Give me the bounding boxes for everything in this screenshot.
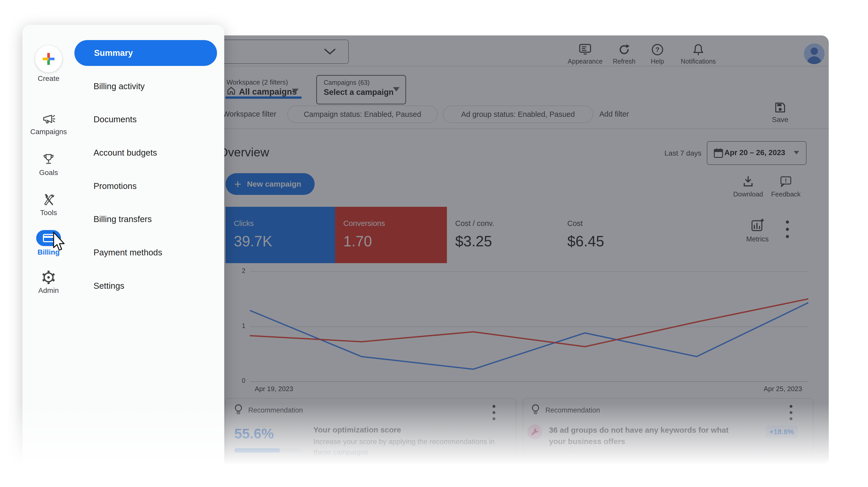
keyword-wrench-icon — [527, 425, 542, 439]
recommendation-text: 36 ad groups do not have any keywords fo… — [549, 425, 745, 447]
svg-text:!: ! — [785, 177, 786, 184]
campaign-selector[interactable]: Campaigns (63) Select a campaign — [316, 75, 406, 105]
download-button[interactable]: Download — [726, 175, 770, 198]
metrics-label: Metrics — [736, 235, 779, 243]
scorecard-label: Conversions — [343, 219, 385, 228]
scorecard-label: Cost / conv. — [455, 219, 494, 228]
recommendation-header: Recommendation — [233, 404, 303, 417]
conversions-line-series — [250, 299, 808, 347]
recommendation-header-label: Recommendation — [545, 406, 600, 414]
menu-item-documents[interactable]: Documents — [94, 113, 137, 125]
metrics-button[interactable]: Metrics — [736, 218, 779, 243]
menu-item-summary-active[interactable]: Summary — [74, 40, 217, 66]
campaign-status-filter-pill[interactable]: Campaign status: Enabled, Paused — [287, 106, 438, 123]
scorecard-clicks[interactable]: Clicks 39.7K — [225, 207, 335, 263]
menu-item-settings[interactable]: Settings — [94, 280, 124, 292]
notifications-button[interactable]: Notifications — [673, 43, 724, 65]
menu-item-billing-activity[interactable]: Billing activity — [94, 80, 145, 92]
scorecard-label: Cost — [567, 219, 583, 228]
sidebar-item-label: Admin — [23, 286, 75, 295]
save-label: Save — [760, 116, 801, 124]
billing-nav-flyout: Create Campaigns Goals Tools Billing Adm… — [23, 25, 224, 474]
account-selector-dropdown[interactable] — [220, 39, 349, 64]
optimization-score-progress — [234, 448, 301, 453]
recommendation-header: Recommendation — [530, 404, 600, 417]
sidebar-item-label: Goals — [23, 169, 75, 177]
create-plus-icon — [35, 46, 62, 73]
campaign-selector-label: Campaigns (63) — [324, 79, 370, 86]
date-range-value: Apr 20 – 26, 2023 — [724, 148, 785, 157]
workspace-selector-value: All campaigns — [239, 87, 297, 97]
sidebar-item-campaigns[interactable]: Campaigns — [23, 112, 75, 136]
sidebar-item-admin[interactable]: Admin — [23, 270, 75, 295]
svg-text:?: ? — [655, 46, 659, 54]
workspace-active-underline — [225, 96, 302, 99]
page-title: Overview — [219, 145, 269, 159]
sidebar-item-label: Tools — [23, 209, 75, 217]
uplift-badge: +18.6% — [766, 426, 798, 438]
campaigns-megaphone-icon — [23, 112, 75, 125]
feedback-button[interactable]: ! Feedback — [764, 175, 808, 198]
y-tick-2: 2 — [232, 267, 245, 275]
feedback-label: Feedback — [764, 190, 808, 198]
feedback-icon: ! — [780, 175, 792, 188]
campaign-selector-value: Select a campaign — [324, 88, 394, 97]
menu-item-payment-methods[interactable]: Payment methods — [94, 246, 162, 259]
sidebar-item-create[interactable]: Create — [23, 46, 75, 83]
chart-kebab-menu[interactable] — [785, 220, 789, 241]
recommendation-card-keywords[interactable]: Recommendation 36 ad groups do not have … — [523, 398, 813, 465]
download-label: Download — [726, 190, 770, 198]
save-icon — [774, 102, 786, 113]
menu-item-account-budgets[interactable]: Account budgets — [94, 147, 157, 159]
tools-icon — [23, 193, 75, 206]
save-button[interactable]: Save — [760, 102, 801, 124]
home-icon — [226, 86, 236, 97]
optimization-score-value: 55.6% — [234, 426, 274, 441]
scorecard-value: 39.7K — [234, 233, 272, 250]
date-preset-label: Last 7 days — [664, 149, 702, 157]
calendar-icon — [714, 148, 723, 159]
avatar-torso-shape — [807, 56, 822, 64]
download-icon — [742, 175, 754, 188]
sidebar-item-goals[interactable]: Goals — [23, 152, 75, 177]
workspace-selector-label: Workspace (2 filters) — [226, 78, 288, 86]
y-tick-0: 0 — [232, 377, 245, 384]
x-axis-label-end: Apr 25, 2023 — [731, 385, 802, 393]
scorecard-conversions[interactable]: Conversions 1.70 — [335, 207, 447, 263]
lightbulb-icon — [530, 404, 541, 417]
campaign-caret-icon — [393, 87, 400, 91]
goals-trophy-icon — [23, 152, 75, 167]
scorecard-cost-per-conv[interactable]: Cost / conv. $3.25 — [447, 207, 559, 263]
account-avatar[interactable] — [804, 44, 825, 64]
new-campaign-button[interactable]: + New campaign — [225, 173, 315, 195]
date-range-picker[interactable]: Apr 20 – 26, 2023 — [707, 141, 807, 165]
scorecard-value: 1.70 — [343, 233, 372, 250]
scorecard-cost[interactable]: Cost $6.45 — [559, 207, 671, 263]
recommendation-kebab-menu[interactable] — [789, 404, 793, 422]
sidebar-item-label: Campaigns — [23, 128, 75, 136]
add-filter-button[interactable]: Add filter — [599, 110, 629, 118]
metrics-icon — [750, 218, 765, 233]
chevron-down-icon — [324, 48, 336, 56]
workspace-filter-link[interactable]: Workspace filter — [223, 110, 276, 118]
recommendation-header-label: Recommendation — [248, 406, 303, 414]
admin-gear-icon — [23, 270, 75, 284]
plus-icon: + — [234, 173, 241, 195]
clicks-line-series — [250, 303, 808, 369]
trend-chart[interactable] — [250, 263, 808, 387]
mouse-cursor — [53, 232, 68, 254]
y-tick-1: 1 — [232, 322, 245, 330]
recommendation-card-optimization[interactable]: Recommendation 55.6% Your optimization s… — [225, 398, 517, 465]
optimization-score-progress-fill — [234, 448, 280, 453]
sidebar-item-tools[interactable]: Tools — [23, 193, 75, 217]
menu-item-promotions[interactable]: Promotions — [94, 180, 137, 192]
workspace-selector[interactable]: All campaigns — [226, 87, 297, 97]
scorecard-label: Clicks — [234, 219, 254, 228]
date-caret-icon — [794, 151, 799, 154]
menu-item-billing-transfers[interactable]: Billing transfers — [94, 213, 152, 225]
recommendation-kebab-menu[interactable] — [492, 404, 496, 422]
ad-group-status-filter-pill[interactable]: Ad group status: Enabled, Pasued — [443, 106, 593, 123]
new-campaign-label: New campaign — [247, 180, 301, 189]
avatar-head-shape — [811, 48, 818, 55]
x-axis-label-start: Apr 19, 2023 — [255, 385, 293, 393]
